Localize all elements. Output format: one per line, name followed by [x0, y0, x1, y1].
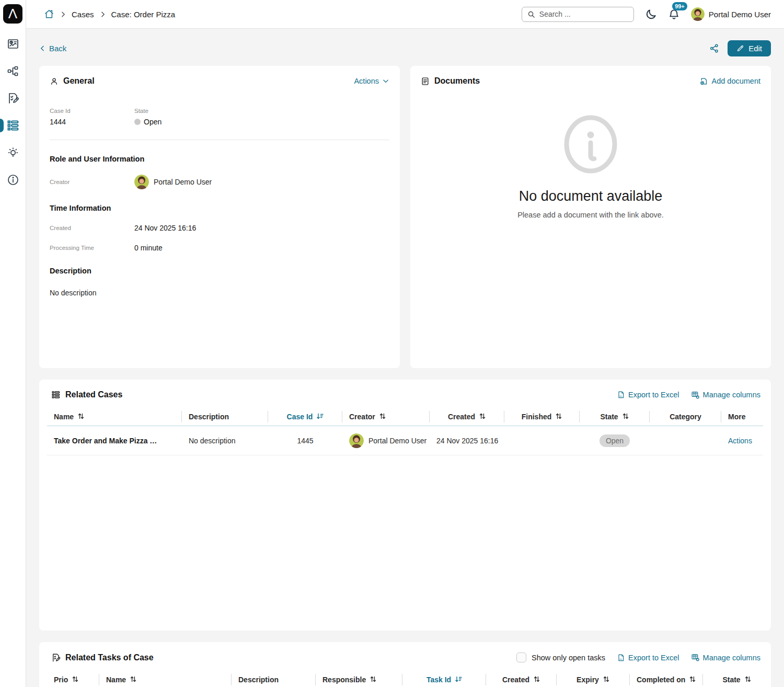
table-cell-name: Take Order and Make Pizza …: [47, 426, 182, 455]
sort-desc-icon: [455, 676, 462, 684]
back-link[interactable]: Back: [39, 44, 66, 53]
checkbox-icon[interactable]: [516, 652, 526, 662]
column-header-creator[interactable]: Creator: [342, 408, 430, 426]
related-cases-title: Related Cases: [65, 390, 122, 399]
sidebar-item-lightbulb[interactable]: [0, 139, 26, 166]
sidebar: Λ: [0, 0, 26, 687]
excel-file-icon: xls: [617, 654, 625, 662]
related-tasks-title: Related Tasks of Case: [65, 653, 154, 662]
sort-icon: [379, 413, 386, 421]
info-circle-icon: [561, 115, 620, 176]
share-icon: [709, 43, 719, 53]
sort-icon: [622, 413, 629, 421]
pencil-icon: [736, 44, 744, 52]
user-avatar: [691, 7, 705, 21]
sort-icon: [689, 676, 696, 684]
info-icon: [7, 174, 19, 186]
table-cell-more[interactable]: Actions: [721, 426, 763, 455]
task-doc-icon: [51, 653, 61, 662]
sort-icon: [130, 676, 137, 684]
breadcrumb-item-cases[interactable]: Cases: [72, 10, 94, 19]
app-logo[interactable]: Λ: [3, 4, 22, 24]
dark-mode-toggle[interactable]: [645, 8, 657, 20]
svg-text:xls: xls: [619, 395, 622, 397]
chevron-left-icon: [39, 45, 46, 52]
sidebar-item-info[interactable]: [0, 166, 26, 193]
column-header-name[interactable]: Name: [47, 408, 182, 426]
manage-columns-link[interactable]: Manage columns: [691, 653, 760, 662]
column-header-created[interactable]: Created: [430, 408, 504, 426]
column-header-completed-on[interactable]: Completed on: [630, 671, 703, 687]
notifications-button[interactable]: 99+: [668, 8, 680, 20]
chevron-down-icon: [382, 77, 389, 85]
table-cell-case-id: 1445: [268, 426, 342, 455]
home-icon[interactable]: [44, 9, 54, 19]
dashboard-icon: [7, 38, 19, 50]
cases-icon: [7, 119, 19, 132]
sort-icon: [533, 676, 540, 684]
creator-avatar: [134, 175, 149, 189]
column-header-state[interactable]: State: [703, 671, 763, 687]
export-excel-link[interactable]: xls Export to Excel: [617, 391, 679, 399]
actions-dropdown[interactable]: Actions: [354, 77, 389, 85]
show-only-open-tasks-toggle[interactable]: Show only open tasks: [516, 652, 605, 662]
show-only-open-tasks-label: Show only open tasks: [532, 654, 605, 662]
user-name: Portal Demo User: [709, 10, 771, 19]
row-avatar: [349, 433, 364, 448]
table-cell-category: [650, 426, 721, 455]
search-input[interactable]: [539, 10, 628, 18]
sidebar-item-cases[interactable]: [0, 112, 26, 139]
table-cell-finished: [504, 426, 580, 455]
sort-icon: [72, 676, 79, 684]
table-row[interactable]: Take Order and Make Pizza …No descriptio…: [47, 426, 763, 455]
lightbulb-icon: [7, 146, 19, 159]
column-header-expiry[interactable]: Expiry: [557, 671, 630, 687]
case-list-icon: [51, 390, 61, 399]
related-tasks-table: PrioNameDescriptionResponsibleTask IdCre…: [47, 671, 763, 687]
manage-columns-link[interactable]: Manage columns: [691, 391, 760, 399]
export-excel-link[interactable]: xls Export to Excel: [617, 654, 679, 662]
sidebar-item-tasks[interactable]: [0, 85, 26, 112]
sort-desc-icon: [316, 413, 324, 421]
user-menu[interactable]: Portal Demo User: [691, 7, 771, 21]
related-cases-table: NameDescriptionCase IdCreatorCreatedFini…: [47, 408, 763, 455]
description-section-title: Description: [50, 267, 389, 275]
sort-icon: [744, 676, 752, 684]
notification-count-badge: 99+: [672, 2, 687, 10]
documents-card: Documents Add document No document avail…: [410, 66, 771, 368]
column-header-task-id[interactable]: Task Id: [402, 671, 486, 687]
document-icon: [421, 77, 430, 86]
breadcrumb: Cases Case: Order Pizza: [44, 9, 175, 19]
sort-icon: [555, 413, 562, 421]
divider: [50, 140, 389, 140]
column-header-prio[interactable]: Prio: [47, 671, 99, 687]
add-document-link[interactable]: Add document: [699, 77, 760, 86]
share-button[interactable]: [709, 43, 719, 53]
column-header-created[interactable]: Created: [486, 671, 557, 687]
column-header-responsible[interactable]: Responsible: [316, 671, 402, 687]
creator-label: Creator: [50, 179, 134, 185]
column-header-finished[interactable]: Finished: [504, 408, 580, 426]
created-label: Created: [50, 225, 134, 231]
sidebar-item-dashboard[interactable]: [0, 30, 26, 58]
description-value: No description: [50, 289, 389, 297]
column-header-name[interactable]: Name: [99, 671, 232, 687]
column-header-state[interactable]: State: [580, 408, 650, 426]
documents-empty-state: No document available Please add a docum…: [421, 115, 760, 219]
documents-card-title: Documents: [434, 76, 480, 86]
column-header-description: Description: [182, 408, 268, 426]
row-actions-link[interactable]: Actions: [728, 437, 752, 445]
sidebar-nav: [0, 30, 26, 193]
table-cell-creator: Portal Demo User: [342, 426, 430, 455]
search-box: [522, 7, 634, 22]
time-section-title: Time Information: [50, 204, 389, 212]
table-cell-description: No description: [182, 426, 268, 455]
column-header-case-id[interactable]: Case Id: [268, 408, 342, 426]
sort-icon: [479, 413, 486, 421]
table-gear-icon: [691, 391, 700, 399]
sidebar-item-processes[interactable]: [0, 58, 26, 85]
column-header-category: Category: [650, 408, 721, 426]
edit-button[interactable]: Edit: [728, 40, 771, 56]
main-content: Back Edit Gen: [26, 29, 784, 687]
moon-icon: [645, 8, 657, 20]
